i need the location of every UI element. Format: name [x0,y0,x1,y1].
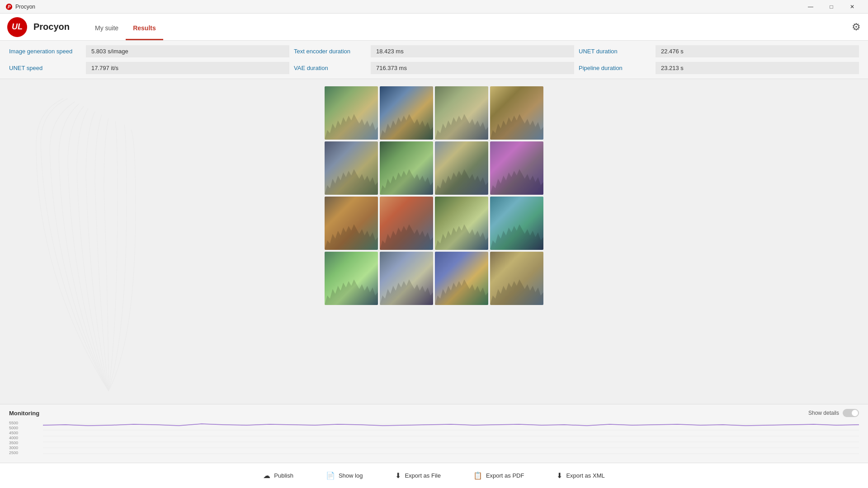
close-button[interactable]: ✕ [842,0,863,14]
image-cell-15[interactable] [435,252,488,305]
stat-unet-duration: UNET duration 22.476 s [579,45,859,57]
export-xml-label: Export as XML [566,472,604,479]
monitoring-title: Monitoring [9,410,39,417]
image-cell-8[interactable] [490,141,543,195]
minimize-button[interactable]: — [800,0,821,14]
export-file-label: Export as File [405,472,440,479]
title-bar: P Procyon — □ ✕ [0,0,868,14]
image-cell-6[interactable] [380,141,433,195]
stat-unet-speed: UNET speed 17.797 it/s [9,62,289,74]
stat-label-pipeline-duration: Pipeline duration [579,65,651,71]
tab-results[interactable]: Results [126,14,163,40]
show-details-label: Show details [808,410,839,416]
stat-label-text-encoder: Text encoder duration [294,48,366,55]
chart-y-labels: 5500 5000 4500 4000 3500 3000 2500 [9,420,41,456]
export-file-icon: ⬇ [395,471,401,480]
show-details-toggle[interactable] [843,409,859,417]
bottom-bar: ☁ Publish 📄 Show log ⬇ Export as File 📋 … [0,463,868,488]
publish-button[interactable]: ☁ Publish [256,468,301,483]
image-cell-14[interactable] [380,252,433,305]
stat-label-vae-duration: VAE duration [294,65,366,71]
export-pdf-icon: 📋 [473,471,482,480]
show-log-icon: 📄 [326,471,335,480]
main-content [0,79,868,404]
nav-tabs: My suite Results [88,14,163,40]
image-grid [325,86,543,305]
svg-text:P: P [8,5,11,9]
image-cell-12[interactable] [490,197,543,250]
y-label-2: 5000 [9,426,41,430]
y-label-3: 4500 [9,431,41,435]
tab-my-suite[interactable]: My suite [88,14,126,40]
stat-vae-duration: VAE duration 716.373 ms [294,62,574,74]
window-controls: — □ ✕ [800,0,863,14]
export-file-button[interactable]: ⬇ Export as File [388,468,448,483]
stat-value-text-encoder: 18.423 ms [371,45,574,57]
stat-value-vae-duration: 716.373 ms [371,62,574,74]
stat-label-unet-duration: UNET duration [579,48,651,55]
stats-bar: Image generation speed 5.803 s/image Tex… [0,41,868,79]
y-label-4: 4000 [9,436,41,440]
show-log-button[interactable]: 📄 Show log [319,468,370,483]
stat-label-image-gen: Image generation speed [9,48,81,55]
stat-value-pipeline-duration: 23.213 s [656,62,859,74]
app-logo: UL [7,17,27,37]
stat-pipeline-duration: Pipeline duration 23.213 s [579,62,859,74]
y-label-5: 3500 [9,441,41,445]
image-cell-9[interactable] [325,197,378,250]
stat-label-unet-speed: UNET speed [9,65,81,71]
image-cell-10[interactable] [380,197,433,250]
export-pdf-label: Export as PDF [486,472,524,479]
image-cell-7[interactable] [435,141,488,195]
image-grid-container [0,79,868,404]
monitoring-chart [43,420,859,456]
settings-icon[interactable]: ⚙ [852,21,861,33]
export-xml-icon: ⬇ [557,471,562,480]
image-cell-3[interactable] [435,86,488,140]
app-icon: P [5,3,13,10]
export-xml-button[interactable]: ⬇ Export as XML [549,468,612,483]
stat-image-gen-speed: Image generation speed 5.803 s/image [9,45,289,57]
image-cell-1[interactable] [325,86,378,140]
image-cell-5[interactable] [325,141,378,195]
chart-area: 5500 5000 4500 4000 3500 3000 2500 [9,420,859,456]
publish-label: Publish [274,472,293,479]
image-cell-16[interactable] [490,252,543,305]
maximize-button[interactable]: □ [821,0,842,14]
stat-value-unet-speed: 17.797 it/s [86,62,289,74]
chart-svg-container [43,420,859,456]
stat-text-encoder: Text encoder duration 18.423 ms [294,45,574,57]
logo-text: UL [12,22,23,32]
show-log-label: Show log [339,472,363,479]
image-cell-13[interactable] [325,252,378,305]
image-cell-11[interactable] [435,197,488,250]
y-label-7: 2500 [9,450,41,455]
monitoring-section: Monitoring Show details 5500 5000 4500 4… [0,404,868,463]
stat-value-unet-duration: 22.476 s [656,45,859,57]
monitoring-header: Monitoring Show details [9,409,859,417]
app-bar: UL Procyon My suite Results ⚙ [0,14,868,41]
publish-icon: ☁ [263,471,270,480]
app-name: Procyon [33,22,70,32]
image-cell-4[interactable] [490,86,543,140]
export-pdf-button[interactable]: 📋 Export as PDF [466,468,532,483]
window-title: Procyon [15,4,35,10]
image-cell-2[interactable] [380,86,433,140]
stat-value-image-gen: 5.803 s/image [86,45,289,57]
y-label-6: 3000 [9,446,41,450]
y-label-1: 5500 [9,421,41,425]
show-details-control[interactable]: Show details [808,409,859,417]
